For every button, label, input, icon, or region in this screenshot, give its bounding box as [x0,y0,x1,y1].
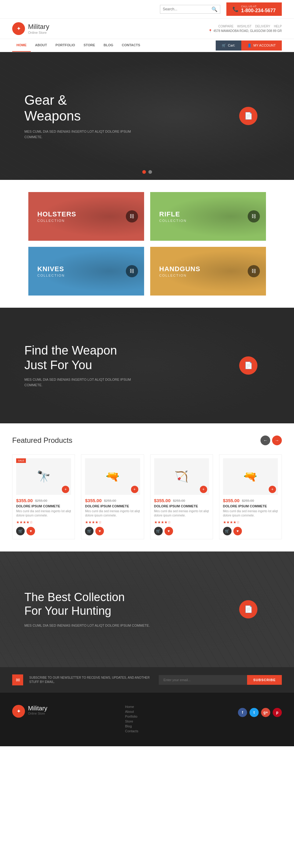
product-price-3: $355.00 $255.00 [154,498,209,503]
weapon-title-line2: Just For You [24,358,92,372]
product-name-3: DOLORE IPSUM COMMETE [154,504,209,508]
rifle-link-icon[interactable]: ⛓ [248,210,260,222]
add-to-wishlist-3[interactable]: ♥ [165,527,173,535]
search-icon[interactable]: 🔍 [211,6,217,12]
nav-home[interactable]: HOME [12,39,31,52]
hunting-banner-cta-button[interactable]: 📄 [239,600,258,618]
newsletter-subscribe-button[interactable]: SUBSCRIBE [247,675,282,685]
hero-dot-2[interactable] [148,170,152,174]
featured-section: Featured Products ← → SALE 🔭 + $355.00 $… [0,423,294,552]
social-facebook[interactable]: f [238,708,247,717]
phone-number: 1-800-234-5677 [241,8,276,13]
hunting-cta-icon: 📄 [244,606,253,613]
hero-dot-1[interactable] [142,170,146,174]
help-link[interactable]: HELP [274,25,282,28]
main-nav: HOME ABOUT PORTFOLIO STORE BLOG CONTACTS… [0,39,294,52]
product-stars-1: ★★★★☆ [16,520,71,524]
nav-portfolio[interactable]: PORTFOLIO [51,39,79,52]
old-price-4: $255.00 [242,499,254,502]
phone-icon: 📞 [232,6,239,12]
quick-add-1[interactable]: + [62,486,69,493]
footer-link-about[interactable]: About [125,710,226,713]
footer-link-home[interactable]: Home [125,705,226,709]
footer-link-blog[interactable]: Blog [125,724,226,728]
social-twitter[interactable]: t [249,708,259,717]
rifle-info: RIFLE COLLECTION [159,210,187,222]
product-image-2: 🔫 + [85,458,140,495]
nav-store[interactable]: STORE [79,39,99,52]
weapon-banner-cta-button[interactable]: 📄 [239,356,258,375]
weapon-banner: Find the Weapon Just For You MES CUML DI… [0,308,294,423]
newsletter-text: SUBSCRIBE TO OUR NEWSLETTER TO RECEIVE N… [29,676,153,684]
product-price-2: $355.00 $255.00 [85,498,140,503]
product-image-1: SALE 🔭 + [16,458,71,495]
product-stars-3: ★★★★☆ [154,520,209,524]
newsletter-email-input[interactable] [159,675,247,685]
hero-content: Gear & Weapons MES CUML DIA SED INENIAS … [24,92,146,140]
hero-cta-button[interactable]: 📄 [239,107,258,125]
search-box[interactable]: 🔍 [160,5,220,14]
product-card-2: 🔫 + $355.00 $255.00 DOLORE IPSUM COMMETE… [81,455,144,539]
holsters-info: HOLSTERS COLLECTION [37,210,77,222]
nav-about[interactable]: ABOUT [31,39,51,52]
hunting-banner-content: The Best Collection For Your Hunting MES… [24,590,150,628]
footer: ✦ Military Online Store Home About Portf… [0,693,294,746]
add-to-cart-1[interactable]: 🛒 [16,527,25,535]
product-card-3: 🏹 + $355.00 $255.00 DOLORE IPSUM COMMETE… [150,455,213,539]
old-price-3: $255.00 [173,499,185,502]
footer-logo-icon[interactable]: ✦ [12,705,25,718]
account-button[interactable]: 👤 MY ACCOUNT [241,40,282,51]
quick-add-3[interactable]: + [200,486,207,493]
prev-button[interactable]: ← [261,436,270,445]
product-card-4: 🔫 + $355.00 $255.00 DOLORE IPSUM COMMETE… [219,455,282,539]
quick-add-2[interactable]: + [131,486,138,493]
add-to-wishlist-2[interactable]: ♥ [95,527,104,535]
product-icon-3: 🏹 [175,470,188,483]
nav-blog[interactable]: BLOG [99,39,118,52]
collection-holsters[interactable]: HOLSTERS COLLECTION ⛓ [28,192,144,241]
collection-knives[interactable]: KNIVES COLLECTION ⛓ [28,247,144,296]
social-googleplus[interactable]: g+ [261,708,270,717]
footer-social: f t g+ p [238,708,282,717]
rifle-title: RIFLE [159,210,187,218]
search-input[interactable] [163,7,211,11]
compare-link[interactable]: COMPARE [218,25,234,28]
knives-info: KNIVES COLLECTION [37,265,65,277]
holsters-link-icon[interactable]: ⛓ [126,210,138,222]
collection-rifle[interactable]: RIFLE COLLECTION ⛓ [150,192,266,241]
handguns-link-icon[interactable]: ⛓ [248,265,260,277]
logo-icon[interactable]: ✦ [12,22,25,35]
top-links: COMPARE WISHLIST DELIVERY HELP [218,25,282,28]
old-price-1: $255.00 [35,499,47,502]
hero-title-line2: Weapons [24,108,81,123]
product-actions-1: 🛒 ♥ [16,527,71,535]
add-to-wishlist-4[interactable]: ♥ [233,527,242,535]
weapon-cta-icon: 📄 [244,362,253,370]
footer-link-store[interactable]: Store [125,719,226,723]
product-icon-2: 🔫 [106,470,119,483]
add-to-cart-3[interactable]: 🛒 [154,527,163,535]
next-button[interactable]: → [272,436,282,445]
footer-brand-sub: Online Store [28,712,47,715]
pin-icon: 📍 [208,29,212,33]
add-to-wishlist-1[interactable]: ♥ [27,527,35,535]
wishlist-link[interactable]: WISHLIST [237,25,251,28]
collection-handguns[interactable]: HANDGUNS COLLECTION ⛓ [150,247,266,296]
nav-contacts[interactable]: CONTACTS [118,39,144,52]
quick-add-4[interactable]: + [269,486,276,493]
footer-link-portfolio[interactable]: Portfolio [125,715,226,718]
hunting-banner-desc: MES CUML DIA SED INENIAS INGERTO LOT ALI… [24,623,150,628]
collections-grid: HOLSTERS COLLECTION ⛓ RIFLE COLLECTION ⛓… [0,180,294,308]
knives-link-icon[interactable]: ⛓ [126,265,138,277]
product-actions-3: 🛒 ♥ [154,527,209,535]
add-to-cart-2[interactable]: 🛒 [85,527,93,535]
social-pinterest[interactable]: p [273,708,282,717]
delivery-link[interactable]: DELIVERY [255,25,270,28]
cart-button[interactable]: 🛒 Cart: [216,40,241,51]
add-to-cart-4[interactable]: 🛒 [223,527,232,535]
newsletter-icon: ✉ [12,675,23,685]
cart-icon: 🛒 [222,43,226,48]
product-actions-2: 🛒 ♥ [85,527,140,535]
product-name-4: DOLORE IPSUM COMMETE [223,504,278,508]
footer-link-contacts[interactable]: Contacts [125,729,226,733]
